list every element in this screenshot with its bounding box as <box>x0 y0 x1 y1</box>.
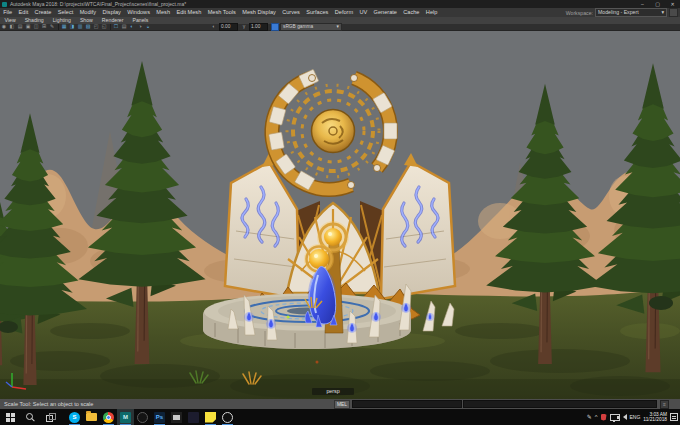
task-view-icon <box>46 413 55 422</box>
gamma-icon[interactable]: γ <box>240 23 248 30</box>
grid-icon[interactable]: ▦ <box>60 23 68 30</box>
start-button[interactable] <box>0 409 20 425</box>
window-title: Autodesk Maya 2018: D:\projects\WTCA\Fin… <box>10 0 186 8</box>
taskbar-app-photoshop[interactable]: Ps <box>151 409 168 425</box>
viewport-canvas[interactable] <box>0 31 680 399</box>
menu-help[interactable]: Help <box>423 8 441 17</box>
maya-app-icon <box>2 2 7 7</box>
menu-create[interactable]: Create <box>31 8 54 17</box>
image-plane-icon[interactable]: ◫ <box>32 23 40 30</box>
gate-mask-icon[interactable]: ▧ <box>84 23 92 30</box>
resolution-gate-icon[interactable]: ▥ <box>76 23 84 30</box>
menu-display[interactable]: Display <box>99 8 124 17</box>
menu-file[interactable]: File <box>0 8 15 17</box>
title-bar[interactable]: Autodesk Maya 2018: D:\projects\WTCA\Fin… <box>0 0 680 8</box>
menu-mesh-display[interactable]: Mesh Display <box>239 8 279 17</box>
photos-app-icon <box>171 412 182 423</box>
hud-icon[interactable]: ☐ <box>112 23 120 30</box>
menu-generate[interactable]: Generate <box>370 8 400 17</box>
safe-action-icon[interactable]: ◰ <box>92 23 100 30</box>
ssao-icon[interactable]: ◒ <box>144 23 152 30</box>
lock-camera-icon[interactable]: ◧ <box>8 23 16 30</box>
mel-language-button[interactable]: MEL <box>334 400 350 409</box>
pen-icon[interactable]: ✎ <box>587 409 592 425</box>
command-result-field[interactable] <box>463 400 657 408</box>
main-menu-bar: File Edit Create Select Modify Display W… <box>0 8 680 17</box>
tray-expand-icon[interactable]: ^ <box>595 409 598 425</box>
search-icon <box>26 413 35 422</box>
menu-mesh[interactable]: Mesh <box>153 8 173 17</box>
workspace-dropdown[interactable]: Modeling - Expert ▾ <box>595 8 667 17</box>
menu-cache[interactable]: Cache <box>400 8 423 17</box>
taskbar-app-photos[interactable] <box>168 409 185 425</box>
toolbar-separator <box>58 24 59 30</box>
action-center-icon[interactable] <box>670 413 678 421</box>
taskbar-app-adobe[interactable] <box>185 409 202 425</box>
menu-edit[interactable]: Edit <box>15 8 31 17</box>
command-input[interactable] <box>352 400 462 408</box>
taskbar-app-maya[interactable]: M <box>117 409 134 425</box>
object-details-icon[interactable]: ▤ <box>120 23 128 30</box>
taskbar-app-chrome[interactable] <box>100 409 117 425</box>
volume-icon[interactable] <box>623 414 627 420</box>
workspace-label: Workspace: <box>566 10 593 16</box>
pan-zoom-icon[interactable]: ⊞ <box>40 23 48 30</box>
taskbar-search-button[interactable] <box>20 409 40 425</box>
taskbar-app-skype[interactable]: S <box>66 409 83 425</box>
toolbar-separator <box>110 24 111 30</box>
menu-select[interactable]: Select <box>55 8 77 17</box>
exposure-icon[interactable]: ◐ <box>210 23 218 30</box>
menu-edit-mesh[interactable]: Edit Mesh <box>173 8 204 17</box>
taskbar-app-sticky-notes[interactable] <box>202 409 219 425</box>
language-indicator[interactable]: ENG <box>630 414 641 420</box>
default-lighting-icon[interactable]: ◐ <box>128 23 136 30</box>
help-message: Scale Tool: Select an object to scale <box>0 401 334 407</box>
menu-surfaces[interactable]: Surfaces <box>303 8 331 17</box>
viewport-panel[interactable]: persp <box>0 31 680 399</box>
exposure-field[interactable]: 0.00 <box>219 23 238 31</box>
chevron-down-icon: ▾ <box>661 9 664 16</box>
menu-curves[interactable]: Curves <box>279 8 303 17</box>
panel-toolbar: ◉ ◧ ▤ ▣ ◫ ⊞ ✎ ▦ ◨ ▥ ▧ ◰ ◱ ☐ ▤ ◐ ◑ ◒ ◐ 0.… <box>0 24 680 32</box>
safe-title-icon[interactable]: ◱ <box>100 23 108 30</box>
color-management-icon[interactable] <box>271 23 279 31</box>
windows-logo-icon <box>6 413 15 422</box>
taskbar-app-circle[interactable] <box>219 409 236 425</box>
file-explorer-icon <box>86 413 97 421</box>
taskbar-app-round[interactable] <box>134 409 151 425</box>
menu-windows[interactable]: Windows <box>124 8 153 17</box>
colorspace-dropdown[interactable]: sRGB gamma ▾ <box>280 23 342 31</box>
camera-attributes-icon[interactable]: ▤ <box>16 23 24 30</box>
workspace-settings-icon[interactable] <box>669 8 678 17</box>
sticky-notes-icon <box>205 412 216 423</box>
grease-pencil-icon[interactable]: ✎ <box>48 23 56 30</box>
menu-deform[interactable]: Deform <box>332 8 357 17</box>
circle-app-icon <box>222 412 233 423</box>
adobe-app-icon <box>188 412 199 423</box>
camera-name-label[interactable]: persp <box>312 388 354 395</box>
bookmarks-icon[interactable]: ▣ <box>24 23 32 30</box>
script-editor-icon[interactable]: ≡ <box>660 400 669 409</box>
windows-taskbar: S M Ps ✎ ^ <box>0 409 680 425</box>
workspace-value: Modeling - Expert <box>598 9 639 16</box>
shadows-icon[interactable]: ◑ <box>136 23 144 30</box>
chevron-down-icon: ▾ <box>337 24 339 30</box>
help-line: Scale Tool: Select an object to scale ME… <box>0 399 680 409</box>
photoshop-icon: Ps <box>154 412 165 423</box>
maximize-button[interactable]: ▢ <box>650 0 665 8</box>
menu-uv[interactable]: UV <box>356 8 370 17</box>
select-camera-icon[interactable]: ◉ <box>0 23 8 30</box>
task-view-button[interactable] <box>40 409 60 425</box>
menu-mesh-tools[interactable]: Mesh Tools <box>204 8 239 17</box>
maya-taskbar-icon: M <box>120 412 131 423</box>
gamma-field[interactable]: 1.00 <box>249 23 268 31</box>
skype-icon: S <box>69 412 80 423</box>
close-button[interactable]: ✕ <box>665 0 680 8</box>
film-gate-icon[interactable]: ◨ <box>68 23 76 30</box>
minimize-button[interactable]: – <box>635 0 650 8</box>
taskbar-app-file-explorer[interactable] <box>83 409 100 425</box>
clock-date: 11/21/2018 <box>643 417 667 423</box>
taskbar-clock[interactable]: 3:03 AM 11/21/2018 <box>643 412 667 423</box>
menu-modify[interactable]: Modify <box>77 8 100 17</box>
security-shield-icon[interactable] <box>601 414 607 421</box>
